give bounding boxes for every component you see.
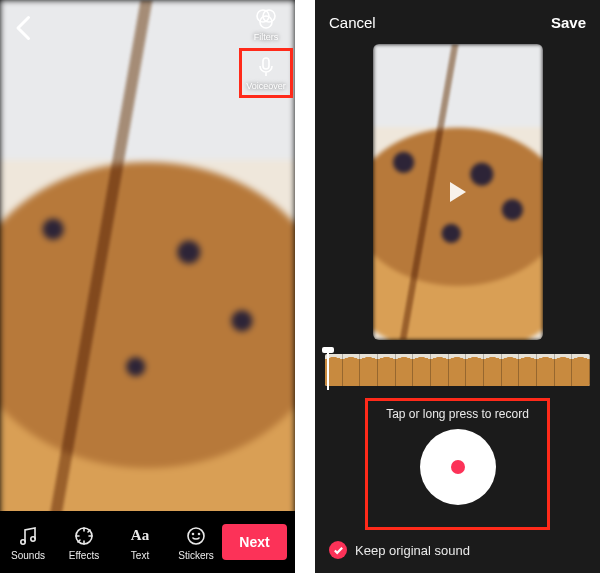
editor-bottom-bar: Sounds Effects Aa Text Stickers Next xyxy=(0,511,295,573)
voiceover-preview[interactable] xyxy=(373,44,543,340)
svg-point-8 xyxy=(193,533,194,534)
timeline-frame xyxy=(413,354,431,386)
timeline-frame xyxy=(466,354,484,386)
timeline-frame xyxy=(537,354,555,386)
timeline-frame xyxy=(484,354,502,386)
sticker-icon xyxy=(184,524,208,548)
next-button[interactable]: Next xyxy=(222,524,287,560)
voiceover-label: Voiceover xyxy=(246,81,286,91)
music-note-icon xyxy=(16,524,40,548)
stickers-button[interactable]: Stickers xyxy=(170,524,222,561)
keep-original-sound-label: Keep original sound xyxy=(355,543,470,558)
timeline-frame xyxy=(360,354,378,386)
timeline[interactable] xyxy=(325,354,590,386)
effects-label: Effects xyxy=(69,550,99,561)
timeline-frame xyxy=(431,354,449,386)
text-label: Text xyxy=(131,550,149,561)
sounds-label: Sounds xyxy=(11,550,45,561)
save-button[interactable]: Save xyxy=(551,14,586,31)
text-button[interactable]: Aa Text xyxy=(114,524,166,561)
timeline-playhead[interactable] xyxy=(327,350,329,390)
chevron-left-icon xyxy=(6,10,42,46)
sounds-button[interactable]: Sounds xyxy=(2,524,54,561)
text-icon: Aa xyxy=(131,524,149,548)
record-dot-icon xyxy=(451,460,465,474)
timeline-frame xyxy=(519,354,537,386)
timeline-frame xyxy=(502,354,520,386)
effects-icon xyxy=(72,524,96,548)
filters-icon xyxy=(254,6,278,30)
play-icon xyxy=(450,182,466,202)
timeline-frame xyxy=(555,354,573,386)
cancel-button[interactable]: Cancel xyxy=(329,14,376,31)
editor-screen: Filters Voiceover Sounds Effects xyxy=(0,0,295,573)
voiceover-button[interactable]: Voiceover xyxy=(239,48,293,98)
timeline-frame xyxy=(378,354,396,386)
filters-button[interactable]: Filters xyxy=(242,6,290,42)
voiceover-screen: Cancel Save Tap or long xyxy=(315,0,600,573)
record-area: Tap or long press to record xyxy=(365,398,550,530)
stickers-label: Stickers xyxy=(178,550,214,561)
timeline-frame xyxy=(396,354,414,386)
timeline-frame xyxy=(572,354,590,386)
svg-rect-3 xyxy=(263,58,269,69)
svg-point-5 xyxy=(31,536,35,540)
svg-point-7 xyxy=(188,528,204,544)
svg-point-9 xyxy=(199,533,200,534)
back-button[interactable] xyxy=(6,10,42,46)
effects-button[interactable]: Effects xyxy=(58,524,110,561)
timeline-frame xyxy=(449,354,467,386)
microphone-icon xyxy=(254,55,278,79)
filters-label: Filters xyxy=(254,32,279,42)
checkmark-icon xyxy=(329,541,347,559)
timeline-frame xyxy=(343,354,361,386)
record-button[interactable] xyxy=(420,429,496,505)
keep-original-sound-toggle[interactable]: Keep original sound xyxy=(329,541,470,559)
record-hint: Tap or long press to record xyxy=(386,407,529,421)
svg-point-4 xyxy=(21,539,25,543)
